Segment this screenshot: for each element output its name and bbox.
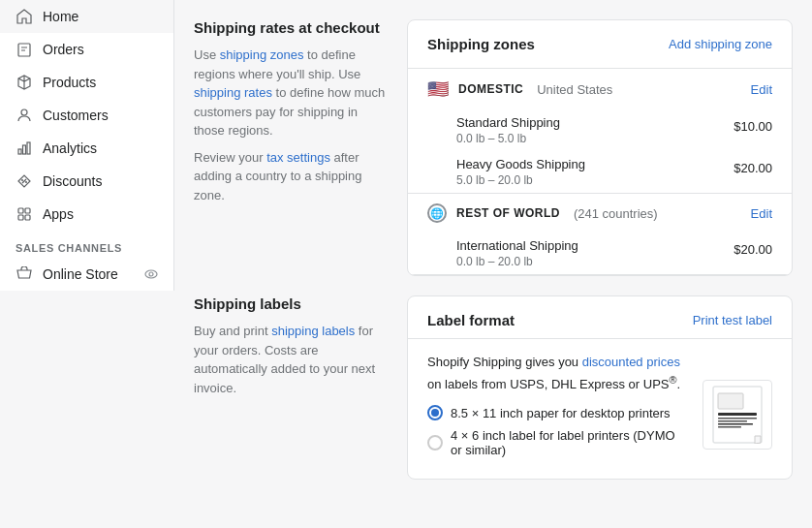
sidebar-item-orders-label: Orders [43,42,84,57]
domestic-zone-header: 🇺🇸 DOMESTIC United States Edit [408,69,792,109]
svg-rect-15 [718,413,757,416]
domestic-zone: 🇺🇸 DOMESTIC United States Edit Standard … [408,69,792,194]
svg-rect-18 [718,423,753,425]
svg-rect-2 [18,149,21,154]
svg-rect-7 [18,208,23,213]
svg-rect-9 [18,215,23,220]
label-format-header: Label format Print test label [408,296,792,339]
sidebar-item-apps[interactable]: Apps [0,198,173,231]
tax-settings-link[interactable]: tax settings [266,150,330,165]
standard-shipping-range: 0.0 lb – 5.0 lb [456,132,560,145]
sidebar-item-products-label: Products [43,75,96,90]
svg-rect-16 [718,418,757,419]
row-zone-edit[interactable]: Edit [751,206,772,221]
rest-of-world-zone: 🌐 REST OF WORLD (241 countries) Edit Int… [408,194,792,275]
sidebar-item-online-store-label: Online Store [43,266,118,282]
eye-icon [144,267,158,281]
sidebar-item-analytics[interactable]: Analytics [0,132,173,165]
svg-rect-4 [27,142,30,154]
shipping-rates-title: Shipping rates at checkout [194,19,388,36]
zones-title: Shipping zones [427,36,535,52]
sidebar-item-customers[interactable]: Customers [0,99,173,132]
label-format-text: Shopify Shipping gives you discounted pr… [427,353,687,465]
shipping-labels-desc: Buy and print shipping labels for your o… [194,322,388,397]
add-shipping-zone-button[interactable]: Add shipping zone [669,37,772,51]
shipping-rates-link[interactable]: shipping rates [194,85,272,100]
intl-shipping-range: 0.0 lb – 20.0 lb [456,255,578,268]
sidebar-item-customers-label: Customers [43,108,109,123]
rate-info: Standard Shipping 0.0 lb – 5.0 lb [456,115,560,145]
sidebar-item-online-store[interactable]: Online Store [0,258,173,291]
standard-shipping-rate: Standard Shipping 0.0 lb – 5.0 lb $10.00 [408,109,792,151]
discounts-icon [16,172,33,190]
svg-rect-14 [718,393,743,409]
radio-label-label: 4 × 6 inch label for label printers (DYM… [451,428,687,457]
radio-letter-label: 8.5 × 11 inch paper for desktop printers [451,406,671,420]
domestic-zone-edit[interactable]: Edit [751,82,772,97]
shipping-labels-link[interactable]: shipping labels [271,324,355,338]
shipping-labels-title: Shipping labels [194,295,388,312]
domestic-zone-name: DOMESTIC [458,82,523,96]
svg-point-11 [145,270,157,278]
svg-point-5 [21,179,23,181]
svg-rect-10 [25,215,30,220]
analytics-icon [16,140,33,157]
sidebar: Home Orders Products [0,0,174,528]
label-preview [703,380,772,450]
intl-shipping-price: $20.00 [734,238,772,257]
svg-rect-19 [718,426,741,428]
shipping-rates-desc2: Review your tax settings after adding a … [194,148,388,205]
radio-option-label[interactable]: 4 × 6 inch label for label printers (DYM… [427,428,687,457]
sidebar-item-discounts-label: Discounts [43,173,102,189]
shipping-rates-desc1: Use shipping zones to define regions whe… [194,46,388,140]
radio-label-btn[interactable] [427,435,443,450]
svg-point-12 [149,272,153,276]
zones-header: Shipping zones Add shipping zone [408,20,792,69]
row-zone-header: 🌐 REST OF WORLD (241 countries) Edit [408,194,792,233]
shipping-zones-panel: Shipping zones Add shipping zone 🇺🇸 DOME… [407,19,793,276]
domestic-zone-country: United States [537,82,612,97]
sidebar-item-home-label: Home [43,9,78,24]
svg-rect-3 [23,145,26,154]
sidebar-item-apps-label: Apps [43,206,74,222]
online-store-icon [16,265,33,283]
us-flag: 🇺🇸 [427,78,449,100]
shipping-labels-section: Shipping labels Buy and print shipping l… [194,295,793,480]
home-icon [16,8,33,25]
label-format-body: Shopify Shipping gives you discounted pr… [408,339,792,479]
sidebar-item-discounts[interactable]: Discounts [0,165,173,198]
sales-channels-label: Sales Channels [0,231,173,258]
heavy-rate-info: Heavy Goods Shipping 5.0 lb – 20.0 lb [456,157,585,187]
label-format-panel: Label format Print test label Shopify Sh… [407,295,793,480]
print-test-label-button[interactable]: Print test label [693,313,772,327]
heavy-goods-name: Heavy Goods Shipping [456,157,585,171]
standard-shipping-price: $10.00 [734,115,772,134]
apps-icon [16,205,33,223]
heavy-goods-price: $20.00 [734,157,772,175]
standard-shipping-name: Standard Shipping [456,115,560,130]
heavy-goods-range: 5.0 lb – 20.0 lb [456,173,585,187]
row-zone-name: REST OF WORLD [456,206,560,220]
main-content: Shipping rates at checkout Use shipping … [174,0,812,528]
intl-rate-info: International Shipping 0.0 lb – 20.0 lb [456,238,578,268]
shipping-zones-link[interactable]: shipping zones [220,47,304,62]
customers-icon [16,107,33,124]
sidebar-item-products[interactable]: Products [0,66,173,99]
sidebar-item-orders[interactable]: Orders [0,33,173,66]
intl-shipping-name: International Shipping [456,238,578,253]
svg-point-6 [25,181,27,183]
label-format-desc: Shopify Shipping gives you discounted pr… [427,353,687,393]
heavy-goods-rate: Heavy Goods Shipping 5.0 lb – 20.0 lb $2… [408,151,792,193]
svg-point-1 [21,109,27,115]
svg-rect-8 [25,208,30,213]
radio-letter-btn[interactable] [427,405,443,420]
shipping-labels-description: Shipping labels Buy and print shipping l… [194,295,388,480]
shipping-rates-description: Shipping rates at checkout Use shipping … [194,19,388,276]
orders-icon [16,41,33,58]
discounted-prices-link[interactable]: discounted prices [582,355,680,369]
products-icon [16,74,33,91]
svg-rect-17 [718,420,747,422]
radio-option-letter[interactable]: 8.5 × 11 inch paper for desktop printers [427,405,687,420]
label-format-title: Label format [427,312,515,328]
sidebar-item-home[interactable]: Home [0,0,173,33]
